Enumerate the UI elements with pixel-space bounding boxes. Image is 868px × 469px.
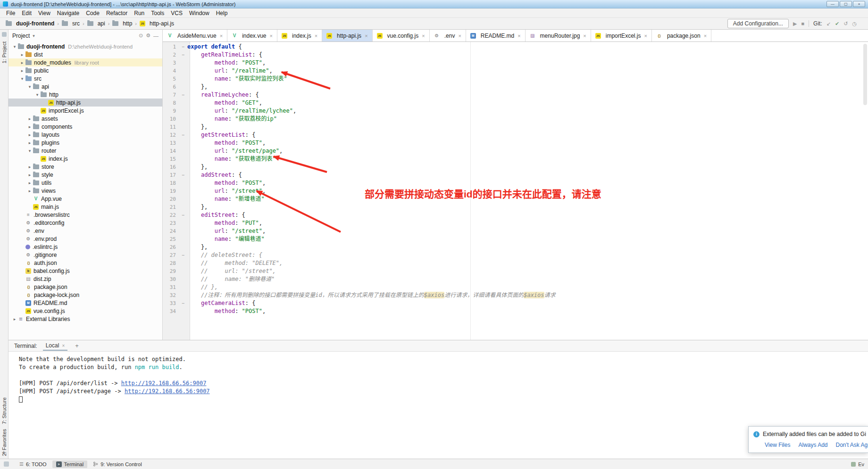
menu-item-run[interactable]: Run [131, 9, 148, 17]
tree-item-dist-zip[interactable]: ▤dist.zip [8, 275, 162, 283]
expand-arrow-icon[interactable]: ▸ [26, 181, 33, 185]
tree-item-env-prod[interactable]: ⚙.env.prod [8, 235, 162, 243]
gear-icon[interactable]: ⚙ [146, 33, 150, 39]
event-log-icon[interactable] [851, 462, 856, 467]
breadcrumb-item-http-api-js[interactable]: JShttp-api.js [139, 20, 175, 27]
tree-item-package-lock-json[interactable]: {}package-lock.json [8, 291, 162, 299]
notification-action-always-add[interactable]: Always Add [798, 442, 827, 448]
tree-item-http-api-js[interactable]: JShttp-api.js [8, 99, 162, 107]
tree-item-browserslistrc[interactable]: ≡.browserslistrc [8, 211, 162, 219]
menu-item-tools[interactable]: Tools [148, 9, 167, 17]
tab-close-icon[interactable]: × [517, 33, 520, 39]
collapse-arrow-icon[interactable]: ▾ [19, 76, 25, 81]
expand-arrow-icon[interactable]: ▸ [26, 132, 33, 137]
tree-item-style[interactable]: ▸style [8, 171, 162, 179]
tab-readme-md[interactable]: MREADME.md× [466, 30, 526, 41]
tab-close-icon[interactable]: × [458, 33, 461, 39]
statusbar-item-6-todo[interactable]: ☰6: TODO [16, 461, 50, 468]
fold-marker-icon[interactable]: − [179, 91, 187, 99]
tree-item-duoji-frontend[interactable]: ▾duoji-frontendD:\zheheWeb\duoji-fronten… [8, 42, 162, 50]
close-button[interactable]: × [853, 1, 865, 7]
fold-marker-icon[interactable]: − [179, 171, 187, 179]
fold-marker-icon[interactable]: − [179, 299, 187, 307]
minimize-button[interactable]: — [826, 1, 839, 7]
expand-arrow-icon[interactable]: ▸ [19, 68, 25, 73]
tree-item-layouts[interactable]: ▸layouts [8, 131, 162, 139]
tab-close-icon[interactable]: × [220, 33, 223, 39]
add-configuration-button[interactable]: Add Configuration... [727, 19, 789, 28]
git-revert-icon[interactable]: ↺ [843, 21, 848, 27]
tool-button-7-structure[interactable]: 7: Structure [1, 397, 7, 424]
menu-item-file[interactable]: File [3, 9, 18, 17]
event-log-label[interactable]: Ev [858, 461, 864, 467]
code-editor[interactable]: 1−export default {2− getRealTimeList: {3… [163, 42, 868, 340]
tree-item-components[interactable]: ▸components [8, 123, 162, 131]
expand-arrow-icon[interactable]: ▸ [26, 173, 33, 177]
collapse-arrow-icon[interactable]: ▾ [34, 92, 41, 97]
expand-arrow-icon[interactable]: ▸ [11, 317, 18, 321]
terminal-cursor[interactable] [19, 396, 23, 403]
notification-action-don-t-ask-agai[interactable]: Don't Ask Agai [836, 442, 868, 448]
collapse-arrow-icon[interactable]: ▾ [11, 44, 18, 49]
tree-item-package-json[interactable]: {}package.json [8, 283, 162, 291]
tab-close-icon[interactable]: × [315, 33, 317, 39]
breadcrumb-item-duoji-frontend[interactable]: duoji-frontend [5, 20, 55, 27]
menu-item-code[interactable]: Code [83, 9, 103, 17]
notification-action-view-files[interactable]: View Files [765, 442, 790, 448]
tree-item-readme-md[interactable]: MREADME.md [8, 299, 162, 307]
tree-item-editorconfig[interactable]: ⚙.editorconfig [8, 219, 162, 227]
statusbar-item-terminal[interactable]: >Terminal [52, 461, 88, 468]
maximize-button[interactable]: ▢ [840, 1, 852, 7]
tree-item-views[interactable]: ▸views [8, 187, 162, 195]
tree-item-external-libraries[interactable]: ▸≣External Libraries [8, 315, 162, 323]
tab-menurouter-jpg[interactable]: ▨menuRouter.jpg× [526, 30, 591, 41]
stop-icon[interactable]: ■ [801, 21, 804, 26]
breadcrumb-item-src[interactable]: src [61, 20, 81, 27]
tab-package-json[interactable]: {}package.json× [652, 30, 711, 41]
tab-close-icon[interactable]: × [365, 33, 367, 39]
tree-item-store[interactable]: ▸store [8, 163, 162, 171]
tree-item-plugins[interactable]: ▸plugins [8, 139, 162, 147]
run-icon[interactable]: ▶ [793, 21, 797, 27]
expand-arrow-icon[interactable]: ▸ [26, 124, 33, 129]
tab-importexcel-js[interactable]: JSimportExcel.js× [591, 30, 652, 41]
tree-item-public[interactable]: ▸public [8, 66, 162, 74]
tab-index-js[interactable]: JSindex.js× [277, 30, 322, 41]
terminal-output[interactable]: Note that the development build is not o… [8, 352, 868, 459]
tree-item-eslintrc-js[interactable]: .eslintrc.js [8, 243, 162, 251]
menu-item-window[interactable]: Window [186, 9, 213, 17]
terminal-tab-local[interactable]: Local × [43, 341, 68, 351]
tab-close-icon[interactable]: × [270, 33, 273, 39]
menu-item-navigate[interactable]: Navigate [54, 9, 83, 17]
fold-marker-icon[interactable]: − [179, 251, 187, 259]
tree-item-env[interactable]: ⚙.env [8, 227, 162, 235]
collapse-arrow-icon[interactable]: ▾ [26, 148, 33, 153]
terminal-link[interactable]: http://192.168.66.56:9007 [121, 380, 207, 387]
menu-item-vcs[interactable]: VCS [167, 9, 186, 17]
tree-item-api[interactable]: ▾api [8, 82, 162, 91]
tree-item-importexcel-js[interactable]: JSimportExcel.js [8, 107, 162, 115]
tab-close-icon[interactable]: × [583, 33, 586, 39]
favorites-star-icon[interactable]: ★ [1, 450, 6, 456]
collapse-arrow-icon[interactable]: ▾ [26, 84, 33, 89]
history-icon[interactable]: ◷ [852, 21, 857, 27]
tree-item-vue-config-js[interactable]: JSvue.config.js [8, 307, 162, 315]
tree-item-router[interactable]: ▾router [8, 147, 162, 155]
expand-arrow-icon[interactable]: ▸ [26, 116, 33, 121]
terminal-tab-close-icon[interactable]: × [62, 343, 65, 348]
fold-marker-icon[interactable]: − [179, 51, 187, 59]
hide-panel-icon[interactable]: — [153, 33, 159, 39]
expand-arrow-icon[interactable]: ▸ [26, 140, 33, 145]
tree-item-babel-config-js[interactable]: bbabel.config.js [8, 267, 162, 275]
tree-item-dist[interactable]: ▸dist [8, 50, 162, 58]
git-commit-icon[interactable]: ✔ [835, 21, 839, 27]
tree-item-index-js[interactable]: JSindex.js [8, 155, 162, 163]
locate-file-icon[interactable]: ⊙ [139, 33, 143, 39]
editor-scrollbar[interactable] [863, 44, 867, 105]
tool-button-1-project[interactable]: 1: Project [1, 41, 7, 63]
tree-item-utils[interactable]: ▸utils [8, 179, 162, 187]
git-update-icon[interactable]: ↙ [826, 21, 831, 27]
tree-item-assets[interactable]: ▸assets [8, 115, 162, 123]
breadcrumb-item-api[interactable]: api [86, 20, 106, 27]
project-view-dropdown-icon[interactable]: ▾ [33, 33, 35, 38]
